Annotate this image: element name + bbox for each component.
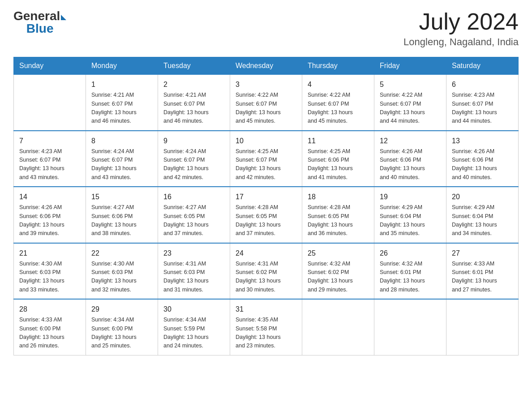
calendar-cell: 14Sunrise: 4:26 AMSunset: 6:06 PMDayligh… [14, 187, 86, 243]
location-subtitle: Longleng, Nagaland, India [403, 36, 519, 48]
calendar-cell: 24Sunrise: 4:31 AMSunset: 6:02 PMDayligh… [230, 243, 302, 300]
day-number: 11 [308, 136, 369, 146]
calendar-cell: 31Sunrise: 4:35 AMSunset: 5:58 PMDayligh… [230, 299, 302, 355]
day-info: Sunrise: 4:27 AMSunset: 6:06 PMDaylight:… [91, 203, 152, 238]
day-number: 7 [19, 136, 80, 146]
calendar-cell: 18Sunrise: 4:28 AMSunset: 6:05 PMDayligh… [302, 187, 374, 243]
calendar-cell: 7Sunrise: 4:23 AMSunset: 6:07 PMDaylight… [14, 131, 86, 187]
calendar-week-row: 28Sunrise: 4:33 AMSunset: 6:00 PMDayligh… [14, 299, 519, 355]
day-number: 3 [236, 79, 296, 90]
day-number: 2 [163, 79, 224, 90]
day-number: 13 [452, 136, 513, 146]
calendar-cell: 27Sunrise: 4:33 AMSunset: 6:01 PMDayligh… [446, 243, 519, 300]
calendar-cell: 21Sunrise: 4:30 AMSunset: 6:03 PMDayligh… [14, 243, 86, 300]
calendar-cell: 20Sunrise: 4:29 AMSunset: 6:04 PMDayligh… [446, 187, 519, 243]
day-number: 15 [91, 192, 152, 202]
day-info: Sunrise: 4:32 AMSunset: 6:01 PMDaylight:… [380, 260, 441, 295]
calendar-week-row: 7Sunrise: 4:23 AMSunset: 6:07 PMDaylight… [14, 131, 519, 187]
day-number: 10 [236, 136, 296, 146]
calendar-cell: 3Sunrise: 4:22 AMSunset: 6:07 PMDaylight… [230, 75, 302, 131]
day-info: Sunrise: 4:23 AMSunset: 6:07 PMDaylight:… [452, 91, 513, 126]
day-info: Sunrise: 4:33 AMSunset: 6:01 PMDaylight:… [452, 260, 513, 295]
day-number: 8 [91, 136, 152, 146]
day-number: 30 [163, 304, 224, 315]
day-info: Sunrise: 4:30 AMSunset: 6:03 PMDaylight:… [19, 260, 80, 295]
calendar-cell: 10Sunrise: 4:25 AMSunset: 6:07 PMDayligh… [230, 131, 302, 187]
calendar-cell: 25Sunrise: 4:32 AMSunset: 6:02 PMDayligh… [302, 243, 374, 300]
day-info: Sunrise: 4:31 AMSunset: 6:02 PMDaylight:… [236, 260, 296, 295]
calendar-cell [374, 299, 446, 355]
calendar-cell: 26Sunrise: 4:32 AMSunset: 6:01 PMDayligh… [374, 243, 446, 300]
logo-triangle-icon [61, 15, 66, 20]
calendar-cell: 1Sunrise: 4:21 AMSunset: 6:07 PMDaylight… [86, 75, 158, 131]
day-number: 4 [308, 79, 369, 90]
calendar-cell: 30Sunrise: 4:34 AMSunset: 5:59 PMDayligh… [158, 299, 230, 355]
day-number: 17 [236, 192, 296, 202]
day-info: Sunrise: 4:25 AMSunset: 6:06 PMDaylight:… [308, 147, 369, 182]
day-info: Sunrise: 4:29 AMSunset: 6:04 PMDaylight:… [380, 203, 441, 238]
day-info: Sunrise: 4:22 AMSunset: 6:07 PMDaylight:… [380, 91, 441, 126]
title-section: July 2024 Longleng, Nagaland, India [403, 9, 519, 48]
day-number: 9 [163, 136, 224, 146]
day-info: Sunrise: 4:22 AMSunset: 6:07 PMDaylight:… [308, 91, 369, 126]
day-number: 28 [19, 304, 80, 315]
day-number: 18 [308, 192, 369, 202]
calendar-table: SundayMondayTuesdayWednesdayThursdayFrid… [13, 57, 519, 355]
day-info: Sunrise: 4:31 AMSunset: 6:03 PMDaylight:… [163, 260, 224, 295]
calendar-cell: 6Sunrise: 4:23 AMSunset: 6:07 PMDaylight… [446, 75, 519, 131]
day-info: Sunrise: 4:28 AMSunset: 6:05 PMDaylight:… [236, 203, 296, 238]
page-header: General Blue July 2024 Longleng, Nagalan… [13, 9, 519, 48]
day-number: 24 [236, 248, 296, 259]
day-header-monday: Monday [86, 57, 158, 75]
day-number: 23 [163, 248, 224, 259]
calendar-cell: 17Sunrise: 4:28 AMSunset: 6:05 PMDayligh… [230, 187, 302, 243]
day-info: Sunrise: 4:26 AMSunset: 6:06 PMDaylight:… [380, 147, 441, 182]
day-number: 22 [91, 248, 152, 259]
day-header-friday: Friday [374, 57, 446, 75]
calendar-cell: 4Sunrise: 4:22 AMSunset: 6:07 PMDaylight… [302, 75, 374, 131]
day-info: Sunrise: 4:34 AMSunset: 5:59 PMDaylight:… [163, 316, 224, 351]
day-info: Sunrise: 4:26 AMSunset: 6:06 PMDaylight:… [452, 147, 513, 182]
calendar-cell: 28Sunrise: 4:33 AMSunset: 6:00 PMDayligh… [14, 299, 86, 355]
calendar-cell: 22Sunrise: 4:30 AMSunset: 6:03 PMDayligh… [86, 243, 158, 300]
calendar-header-row: SundayMondayTuesdayWednesdayThursdayFrid… [14, 57, 519, 75]
day-number: 29 [91, 304, 152, 315]
day-info: Sunrise: 4:22 AMSunset: 6:07 PMDaylight:… [236, 91, 296, 126]
day-header-tuesday: Tuesday [158, 57, 230, 75]
calendar-week-row: 21Sunrise: 4:30 AMSunset: 6:03 PMDayligh… [14, 243, 519, 300]
calendar-cell: 2Sunrise: 4:21 AMSunset: 6:07 PMDaylight… [158, 75, 230, 131]
day-number: 31 [236, 304, 296, 315]
calendar-cell: 16Sunrise: 4:27 AMSunset: 6:05 PMDayligh… [158, 187, 230, 243]
logo-blue-text: Blue [26, 21, 54, 36]
calendar-cell: 15Sunrise: 4:27 AMSunset: 6:06 PMDayligh… [86, 187, 158, 243]
logo: General Blue [13, 9, 66, 36]
calendar-week-row: 14Sunrise: 4:26 AMSunset: 6:06 PMDayligh… [14, 187, 519, 243]
day-info: Sunrise: 4:26 AMSunset: 6:06 PMDaylight:… [19, 203, 80, 238]
day-info: Sunrise: 4:34 AMSunset: 6:00 PMDaylight:… [91, 316, 152, 351]
day-info: Sunrise: 4:35 AMSunset: 5:58 PMDaylight:… [236, 316, 296, 351]
day-number: 19 [380, 192, 441, 202]
day-info: Sunrise: 4:33 AMSunset: 6:00 PMDaylight:… [19, 316, 80, 351]
day-info: Sunrise: 4:32 AMSunset: 6:02 PMDaylight:… [308, 260, 369, 295]
day-info: Sunrise: 4:24 AMSunset: 6:07 PMDaylight:… [163, 147, 224, 182]
calendar-cell: 8Sunrise: 4:24 AMSunset: 6:07 PMDaylight… [86, 131, 158, 187]
day-info: Sunrise: 4:27 AMSunset: 6:05 PMDaylight:… [163, 203, 224, 238]
day-number: 21 [19, 248, 80, 259]
calendar-cell [14, 75, 86, 131]
calendar-cell [446, 299, 519, 355]
calendar-cell [302, 299, 374, 355]
day-number: 27 [452, 248, 513, 259]
calendar-cell: 11Sunrise: 4:25 AMSunset: 6:06 PMDayligh… [302, 131, 374, 187]
day-info: Sunrise: 4:21 AMSunset: 6:07 PMDaylight:… [163, 91, 224, 126]
day-number: 6 [452, 79, 513, 90]
day-header-saturday: Saturday [446, 57, 519, 75]
day-number: 5 [380, 79, 441, 90]
day-header-wednesday: Wednesday [230, 57, 302, 75]
month-year-title: July 2024 [403, 9, 519, 34]
day-number: 26 [380, 248, 441, 259]
day-header-thursday: Thursday [302, 57, 374, 75]
calendar-cell: 5Sunrise: 4:22 AMSunset: 6:07 PMDaylight… [374, 75, 446, 131]
calendar-cell: 29Sunrise: 4:34 AMSunset: 6:00 PMDayligh… [86, 299, 158, 355]
day-number: 20 [452, 192, 513, 202]
day-info: Sunrise: 4:24 AMSunset: 6:07 PMDaylight:… [91, 147, 152, 182]
